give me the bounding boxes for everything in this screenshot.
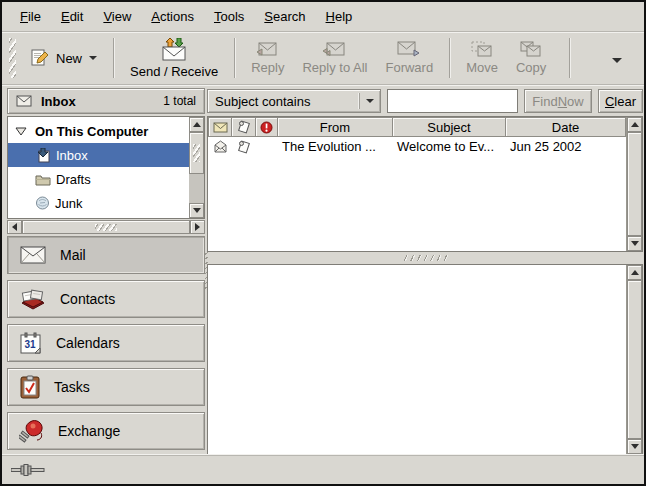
preview-body[interactable] [208, 265, 626, 454]
folder-tree-body: On This Computer Inbox Drafts Junk [8, 117, 189, 218]
shortcut-mail-button[interactable]: Mail [7, 236, 205, 274]
new-dropdown-chevron-icon [89, 56, 97, 60]
menu-help[interactable]: Help [316, 4, 363, 29]
envelope-column-icon [213, 122, 228, 133]
column-from[interactable]: From [278, 117, 393, 137]
message-date: Jun 25 2002 [506, 139, 626, 154]
toolbar-grip[interactable] [9, 38, 16, 78]
search-criteria-dropdown[interactable]: Subject contains [207, 89, 381, 113]
message-list-scrollbar[interactable] [626, 117, 642, 251]
move-label: Move [466, 60, 498, 75]
expander-icon[interactable] [15, 127, 27, 136]
shortcut-contacts-button[interactable]: Contacts [7, 280, 205, 318]
shortcut-tasks-button[interactable]: Tasks [7, 368, 205, 406]
reply-button[interactable]: Reply [242, 36, 293, 80]
menu-search[interactable]: Search [254, 4, 315, 29]
folder-tree-scrollbar[interactable] [189, 117, 204, 218]
forward-button[interactable]: Forward [376, 36, 442, 80]
contacts-icon [19, 288, 47, 310]
evolution-window: File Edit View Actions Tools Search Help… [0, 0, 646, 486]
tree-root-on-this-computer[interactable]: On This Computer [8, 119, 189, 143]
folder-title: Inbox [41, 94, 76, 109]
search-criteria-value: Subject contains [215, 94, 310, 109]
reply-to-all-icon [323, 41, 346, 57]
menu-file[interactable]: File [10, 4, 51, 29]
preview-pane [207, 264, 643, 455]
inbox-folder-icon [35, 148, 51, 163]
forward-label: Forward [385, 60, 433, 75]
chevron-down-icon [612, 58, 622, 63]
scroll-right-button[interactable] [190, 220, 205, 234]
scrollbar-thumb[interactable] [627, 132, 642, 236]
message-row[interactable]: The Evolution ... Welcome to Ev... Jun 2… [208, 137, 626, 156]
toolbar: New Send / Receive Reply Reply to All [2, 32, 644, 85]
shortcut-label: Calendars [56, 335, 120, 351]
menu-tools[interactable]: Tools [204, 4, 254, 29]
tree-item-junk[interactable]: Junk [8, 191, 189, 215]
scroll-up-button[interactable] [627, 265, 642, 280]
tree-item-inbox[interactable]: Inbox [8, 143, 189, 167]
flag-cell [232, 140, 256, 154]
copy-label: Copy [516, 60, 546, 75]
column-subject[interactable]: Subject [393, 117, 506, 137]
shortcut-label: Exchange [58, 423, 120, 439]
send-receive-button[interactable]: Send / Receive [121, 35, 227, 82]
scrollbar-thumb[interactable] [22, 220, 190, 234]
toolbar-overflow-button[interactable] [606, 45, 628, 72]
arrow-up-icon [631, 122, 639, 127]
shortcut-calendars-button[interactable]: 31 Calendars [7, 324, 205, 362]
mail-icon [19, 245, 47, 265]
shortcut-label: Tasks [54, 379, 90, 395]
new-button-label: New [56, 51, 82, 66]
scroll-up-button[interactable] [627, 117, 642, 132]
scroll-down-button[interactable] [627, 236, 642, 251]
list-preview-splitter[interactable] [207, 252, 643, 264]
move-button[interactable]: Move [457, 36, 507, 80]
menu-edit[interactable]: Edit [51, 4, 93, 29]
arrow-up-icon [631, 270, 639, 275]
clear-button[interactable]: Clear [598, 89, 643, 113]
message-list: From Subject Date The Evolution ... Wel [207, 116, 643, 252]
search-input[interactable] [387, 89, 518, 113]
shortcut-label: Mail [60, 247, 86, 263]
arrow-right-icon [195, 223, 200, 231]
find-now-button[interactable]: Find Now [524, 89, 592, 113]
menu-actions[interactable]: Actions [141, 4, 204, 29]
new-button[interactable]: New [21, 36, 106, 80]
column-flag[interactable] [232, 117, 256, 137]
scroll-up-button[interactable] [189, 117, 204, 132]
menu-bar: File Edit View Actions Tools Search Help [2, 2, 644, 32]
online-connector-icon[interactable] [11, 464, 45, 476]
column-important[interactable] [256, 117, 278, 137]
folder-tree-hscrollbar[interactable] [7, 220, 205, 234]
menu-view[interactable]: View [93, 4, 141, 29]
send-receive-icon [160, 38, 188, 61]
scroll-down-button[interactable] [627, 439, 642, 454]
copy-button[interactable]: Copy [507, 36, 555, 80]
calendar-icon: 31 [19, 332, 43, 355]
arrow-down-icon [193, 208, 201, 213]
tree-item-drafts[interactable]: Drafts [8, 167, 189, 191]
thumb-grip [95, 224, 117, 231]
move-icon [471, 41, 493, 57]
message-list-header: From Subject Date [208, 117, 626, 137]
folder-message-count: 1 total [163, 94, 196, 108]
flag-note-column-icon [237, 120, 251, 134]
reply-label: Reply [251, 60, 284, 75]
column-date[interactable]: Date [506, 117, 626, 137]
preview-scrollbar[interactable] [626, 265, 642, 454]
scrollbar-thumb[interactable] [189, 132, 204, 174]
column-message-status[interactable] [208, 117, 232, 137]
svg-text:31: 31 [24, 339, 36, 350]
scrollbar-thumb[interactable] [627, 280, 642, 439]
flag-note-icon [237, 140, 251, 154]
reply-to-all-button[interactable]: Reply to All [293, 36, 376, 80]
reply-to-all-label: Reply to All [302, 60, 367, 75]
tasks-icon [19, 375, 41, 399]
scroll-down-button[interactable] [189, 203, 204, 218]
scroll-left-button[interactable] [7, 220, 22, 234]
arrow-down-icon [631, 444, 639, 449]
folder-title-bar: Inbox 1 total [7, 88, 205, 114]
scrollbar-track[interactable] [189, 174, 204, 203]
shortcut-exchange-button[interactable]: Exchange [7, 412, 205, 450]
